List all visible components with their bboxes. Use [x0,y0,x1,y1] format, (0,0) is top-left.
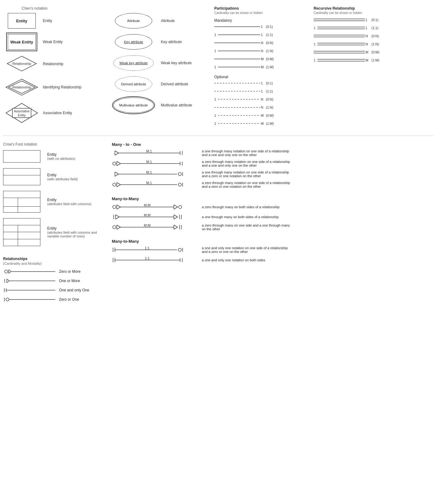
one-only-label: One and only One [59,288,89,292]
assoc-entity-label: Associative Entity [43,111,86,115]
crow-symbol-one-or-more: One or More [3,278,109,284]
top-section: Chen's notation Entity Entity Weak Entit… [3,3,433,133]
m1-svg-3: M:1 [112,171,199,178]
svg-text:M:M: M:M [144,204,150,207]
part-notation-0-M: (0:M) [266,57,274,61]
entity-rect: Entity [8,13,36,29]
svg-line-120 [116,215,119,217]
attr-col: Attribute Attribute Key attribute Key at… [109,6,214,129]
svg-text:M:1: M:1 [146,150,152,153]
attr-row-key: Key attribute Key attribute [109,34,214,50]
svg-line-87 [117,161,120,164]
ce-box-with-cols [3,191,40,213]
svg-line-136 [174,227,178,229]
part-line-0-M: M [214,56,264,62]
rec-line-1-1: 1 1 [314,25,370,31]
rec-notation-0-M: (0:M) [371,50,379,54]
svg-text:N: N [261,97,263,101]
svg-point-129 [113,226,116,229]
identifying-rel-shape: Relationship [3,78,40,97]
opt-notation-1-N: (1:N) [266,106,273,109]
part-notation-1-N: (1:N) [266,49,273,53]
relationship-label: Relationship [43,62,86,66]
rec-notation-0-1: (0:1) [371,18,379,22]
many-to-one-label: Many - to - One [112,142,433,147]
ce-box-4-row3-left [3,239,18,246]
crows-entity-no-attrs: Entity (with no attributes) [3,150,109,163]
part-optional-1-N: N (1:N) [214,105,314,110]
part-optional-1-1: 1 (1:1) [214,88,314,94]
svg-text:M: M [366,58,368,62]
svg-text:N: N [261,41,263,45]
m1-svg-2: M:1 [112,160,199,167]
chen-row-identifying-rel: Relationship Identifying Relationship [3,78,109,97]
m1-svg-1: M:1 [112,150,199,156]
svg-text:1: 1 [314,58,316,62]
attr-shape-multivalue: Multivalue attribute [109,97,158,113]
rec-line-0-N: N [314,33,370,39]
optional-title: Optional [214,75,314,79]
m1-row-3: M:1 a one through many notation on one s… [112,170,433,178]
attr-shape-derived: Derived attribute [109,76,158,92]
svg-line-115 [174,207,178,209]
attribute-oval: Attribute [115,13,152,29]
attr-shape-key: Key attribute [109,34,158,50]
m1-row-1: M:1 a one through many notation on one s… [112,149,433,157]
attribute-label: Attribute [161,19,204,23]
m1-row-4: M:1 a zero through many notation on one … [112,181,433,188]
svg-text:M:1: M:1 [146,181,152,185]
opt-notation-1-M: (1:M) [266,122,274,125]
svg-point-60 [5,270,8,273]
weak-key-attribute-label: Weak key attribute [161,61,204,65]
ce-box-4-row1-left [3,225,18,232]
11-row-2: 1:1 a one and only one notation on both … [112,257,433,263]
rec-row-1-N: 1 N (1:N) [314,41,413,47]
svg-text:N: N [261,106,263,109]
rec-row-1-1: 1 1 (1:1) [314,25,413,31]
identifying-rel-label: Identifying Relationship [43,85,86,89]
rec-line-0-M: M [314,49,370,55]
zero-or-one-symbol [3,296,56,303]
rec-row-0-N: N (0:N) [314,33,413,39]
rec-notation-0-N: (0:N) [371,34,379,38]
m1-desc-1: a one through many notation on one side … [202,149,301,157]
part-line-0-N: N [214,40,264,46]
assoc-entity-shape: Associative Entity [3,102,40,124]
svg-point-117 [179,205,182,209]
svg-line-114 [174,205,178,207]
svg-line-88 [117,164,120,166]
svg-line-124 [174,215,178,217]
rec-row-0-M: M (0:M) [314,49,413,55]
svg-text:1: 1 [214,65,216,69]
entity-shape: Entity [3,13,40,29]
crow-entity-with-attrs-label: Entity (with attributes field) [47,173,103,181]
ce-box-with-attrs [3,168,40,185]
participations-col: Participations Cardinality can be shown … [214,6,314,129]
part-line-0-1: 1 [214,24,264,29]
opt-notation-0-M: (0:M) [266,114,274,117]
rec-row-1-M: 1 M (1:M) [314,57,413,63]
zero-or-one-label: Zero or One [59,297,79,302]
11-desc-2: a one and only one notation on both side… [202,258,301,262]
part-mandatory-0-N: N (0:N) [214,40,314,46]
part-mandatory-1-M: 1 M (1:M) [214,64,314,70]
svg-text:M:M: M:M [144,224,150,227]
svg-text:M:M: M:M [144,214,150,217]
svg-line-79 [115,151,119,153]
recursive-subheader: Cardinality can be shown or hidden [314,11,413,15]
crows-entity-with-attrs: Entity (with attributes field) [3,168,109,185]
part-notation-1-M: (1:M) [266,65,274,69]
part-dashed-1-N: N [214,105,264,110]
key-attribute-label: Key attribute [161,40,204,44]
crow-symbol-zero-or-one: Zero or One [3,296,109,303]
crow-symbol-zero-or-more: Zero or More [3,268,109,275]
svg-text:N: N [366,34,368,38]
svg-text:M:1: M:1 [146,160,152,164]
ce-box-3-bot-right [18,207,40,212]
derived-attribute-label: Derived attribute [161,82,204,86]
chen-row-entity: Entity Entity [3,13,109,29]
opt-notation-0-1: (0:1) [266,81,273,85]
one-or-more-svg [3,278,56,284]
participations-subheader: Cardinality can be shown or hidden [214,11,314,15]
zero-or-more-symbol [3,268,56,275]
